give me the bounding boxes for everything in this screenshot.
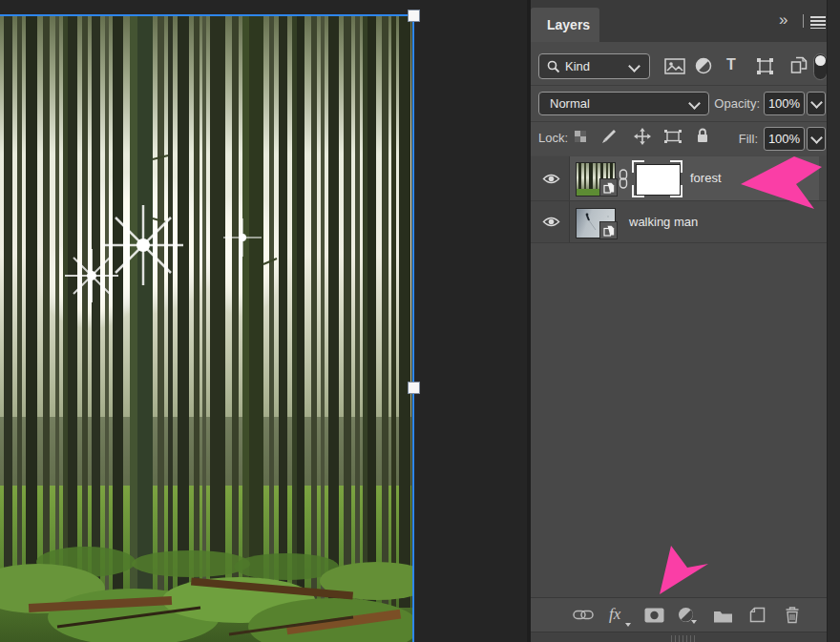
fx-icon: fx [609,605,620,623]
panel-tab-bar: Layers » [531,0,827,42]
lock-pixels-brush-icon[interactable] [601,129,617,144]
blend-mode-value: Normal [550,96,590,111]
transform-handle-top-right[interactable] [408,10,420,22]
double-chevron-icon: » [779,10,786,29]
divider [531,121,827,122]
layers-panel-toolbar: fx [531,597,827,632]
canvas-workspace[interactable] [0,0,527,642]
smart-object-badge [599,221,618,239]
fill-value-field[interactable]: 100% [764,127,805,151]
blend-mode-dropdown[interactable]: Normal [538,92,709,115]
add-adjustment-layer-button[interactable] [678,607,694,626]
search-icon [547,60,560,73]
divider [531,85,827,86]
filter-shape-layers-icon[interactable] [756,57,774,75]
layer-name-walking-man[interactable]: walking man [629,215,698,229]
transform-border-right [412,14,414,642]
visibility-eye-icon[interactable] [542,216,560,228]
fx-dropdown-arrow [625,623,631,627]
lock-transparency-icon[interactable] [574,130,587,143]
fill-value: 100% [768,132,800,146]
annotation-arrow-add-mask-button [652,543,711,598]
filter-kind-value: Kind [565,59,590,73]
layer-mask-thumbnail[interactable] [636,164,681,196]
filter-type-layers-icon[interactable]: T [726,56,736,73]
smart-object-badge [599,178,618,197]
new-group-button[interactable] [713,609,733,623]
forest-photo-art [0,16,413,642]
filter-adjustment-layers-icon[interactable] [695,57,712,74]
panel-menu-icon[interactable] [810,16,826,29]
lock-label: Lock: [538,131,568,145]
filter-toggle-switch[interactable] [813,53,827,80]
transform-handle-mid-right[interactable] [408,382,420,394]
layer-name-forest[interactable]: forest [690,171,722,185]
chevron-down-icon [688,97,701,110]
forest-canvas-image[interactable] [0,16,413,642]
visibility-eye-icon[interactable] [542,173,560,185]
fill-label: Fill: [717,132,758,146]
opacity-label: Opacity: [703,96,760,111]
chevron-down-icon [628,60,640,72]
opacity-value-field[interactable]: 100% [764,92,805,115]
header-divider [803,14,804,28]
fill-dropdown-button[interactable] [807,127,826,151]
adjustment-dropdown-arrow [691,620,697,624]
link-layers-button[interactable] [573,610,594,620]
add-layer-mask-button[interactable] [644,608,664,623]
tab-layers[interactable]: Layers [531,8,599,42]
lock-all-icon[interactable] [695,127,710,144]
opacity-dropdown-button[interactable] [807,92,826,115]
transform-border-top [0,14,414,16]
filter-kind-dropdown[interactable]: Kind [538,53,650,79]
dock-edge [827,0,840,642]
mask-link-icon[interactable] [619,169,628,189]
lock-position-icon[interactable] [634,128,651,145]
lock-artboard-icon[interactable] [663,129,682,144]
photoshop-window: Layers » Kind T [0,0,840,642]
filter-smart-objects-icon[interactable] [790,56,808,74]
annotation-arrow-forest-layer [739,153,825,210]
opacity-value: 100% [768,96,800,111]
chevron-down-icon [810,132,823,144]
layer-style-button[interactable]: fx [609,605,620,624]
panel-resize-grip[interactable] [671,635,698,642]
panel-footer [531,632,827,642]
tab-layers-label: Layers [531,8,599,43]
chevron-down-icon [810,96,823,109]
new-layer-button[interactable] [749,607,766,623]
filter-pixel-layers-icon[interactable] [664,58,685,74]
delete-layer-button[interactable] [785,606,800,624]
panel-collapse-button[interactable]: » [779,10,786,30]
